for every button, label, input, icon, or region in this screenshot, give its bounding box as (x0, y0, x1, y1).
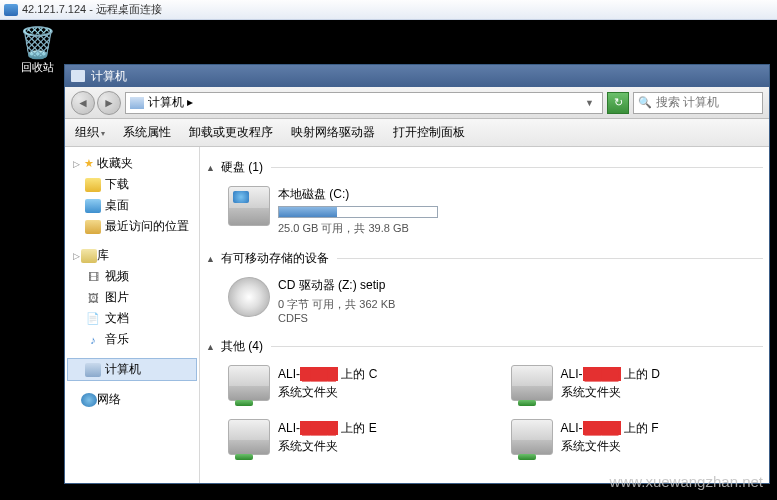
address-dropdown-icon[interactable]: ▼ (581, 98, 598, 108)
network-drive-icon (228, 419, 270, 455)
rdp-icon (4, 4, 18, 16)
address-text: 计算机 ▸ (148, 94, 193, 111)
collapse-icon: ▲ (206, 254, 215, 264)
nav-buttons: ◄ ► (71, 91, 121, 115)
section-removable[interactable]: ▲ 有可移动存储的设备 (206, 250, 763, 267)
sidebar-documents[interactable]: 📄文档 (67, 308, 197, 329)
star-icon: ★ (81, 157, 97, 171)
recycle-bin[interactable]: 🗑️ 回收站 (14, 28, 60, 75)
section-hdd[interactable]: ▲ 硬盘 (1) (206, 159, 763, 176)
forward-button[interactable]: ► (97, 91, 121, 115)
network-drive-icon (228, 365, 270, 401)
computer-icon (71, 70, 85, 82)
network-drive-icon (511, 365, 553, 401)
sidebar-network-label: 网络 (97, 391, 121, 408)
net-drive-f[interactable]: ALI-████ 上的 F 系统文件夹 (493, 415, 764, 469)
window-title-bar[interactable]: 计算机 (65, 65, 769, 87)
search-box[interactable]: 🔍 搜索 计算机 (633, 92, 763, 114)
net-drive-c[interactable]: ALI-████ 上的 C 系统文件夹 (210, 361, 481, 415)
organize-button[interactable]: 组织 (75, 124, 105, 141)
nav-pane: ▷ ★ 收藏夹 下载 桌面 最近访问的位置 ▷ 库 🎞视频 🖼图片 (65, 147, 200, 483)
explorer-body: ▷ ★ 收藏夹 下载 桌面 最近访问的位置 ▷ 库 🎞视频 🖼图片 (65, 147, 769, 483)
refresh-button[interactable]: ↻ (607, 92, 629, 114)
collapse-icon: ▲ (206, 163, 215, 173)
network-drive-icon (511, 419, 553, 455)
address-bar[interactable]: 计算机 ▸ ▼ (125, 92, 603, 114)
sidebar-music[interactable]: ♪音乐 (67, 329, 197, 350)
control-panel-button[interactable]: 打开控制面板 (393, 124, 465, 141)
drive-c-stat: 25.0 GB 可用，共 39.8 GB (278, 221, 755, 236)
sidebar-favorites-label: 收藏夹 (97, 155, 133, 172)
sidebar-recent[interactable]: 最近访问的位置 (67, 216, 197, 237)
sidebar-computer[interactable]: 计算机 (67, 358, 197, 381)
remote-desktop-area: 🗑️ 回收站 计算机 ◄ ► 计算机 ▸ ▼ ↻ 🔍 搜索 计算机 (0, 20, 777, 500)
video-icon: 🎞 (85, 270, 101, 284)
sidebar-libraries-label: 库 (97, 247, 109, 264)
picture-icon: 🖼 (85, 291, 101, 305)
sidebar-desktop[interactable]: 桌面 (67, 195, 197, 216)
recycle-bin-label: 回收站 (14, 60, 60, 75)
search-placeholder: 搜索 计算机 (656, 94, 719, 111)
sidebar-downloads[interactable]: 下载 (67, 174, 197, 195)
music-icon: ♪ (85, 333, 101, 347)
sidebar-libraries[interactable]: ▷ 库 (67, 245, 197, 266)
library-icon (81, 249, 97, 263)
sidebar-pictures[interactable]: 🖼图片 (67, 287, 197, 308)
computer-icon (85, 363, 101, 377)
hdd-icon (228, 186, 270, 226)
desktop-icon (85, 199, 101, 213)
recent-icon (85, 220, 101, 234)
network-icon (81, 393, 97, 407)
tree-expand-icon: ▷ (71, 159, 81, 169)
nav-bar: ◄ ► 计算机 ▸ ▼ ↻ 🔍 搜索 计算机 (65, 87, 769, 119)
net-drive-e[interactable]: ALI-████ 上的 E 系统文件夹 (210, 415, 481, 469)
drive-c-usage-bar (278, 206, 438, 218)
net-drive-d[interactable]: ALI-████ 上的 D 系统文件夹 (493, 361, 764, 415)
system-properties-button[interactable]: 系统属性 (123, 124, 171, 141)
watermark: www.xuewangzhan.net (610, 473, 763, 490)
drive-cd-stat: 0 字节 可用，共 362 KB (278, 297, 755, 312)
uninstall-button[interactable]: 卸载或更改程序 (189, 124, 273, 141)
drive-c-name: 本地磁盘 (C:) (278, 186, 755, 203)
address-icon (130, 97, 144, 109)
drive-cd-fs: CDFS (278, 312, 755, 324)
sidebar-network[interactable]: 网络 (67, 389, 197, 410)
explorer-window: 计算机 ◄ ► 计算机 ▸ ▼ ↻ 🔍 搜索 计算机 组织 系统属性 卸载或更改… (64, 64, 770, 484)
drive-cd-name: CD 驱动器 (Z:) setip (278, 277, 755, 294)
content-pane: ▲ 硬盘 (1) 本地磁盘 (C:) 25.0 GB 可用，共 39.8 GB … (200, 147, 769, 483)
sidebar-favorites[interactable]: ▷ ★ 收藏夹 (67, 153, 197, 174)
download-icon (85, 178, 101, 192)
tree-expand-icon: ▷ (71, 251, 81, 261)
drive-c[interactable]: 本地磁盘 (C:) 25.0 GB 可用，共 39.8 GB (206, 182, 763, 246)
drive-cd[interactable]: CD 驱动器 (Z:) setip 0 字节 可用，共 362 KB CDFS (206, 273, 763, 334)
rdp-title-text: 42.121.7.124 - 远程桌面连接 (22, 2, 162, 17)
sidebar-videos[interactable]: 🎞视频 (67, 266, 197, 287)
collapse-icon: ▲ (206, 342, 215, 352)
rdp-title-bar: 42.121.7.124 - 远程桌面连接 (0, 0, 777, 20)
cd-icon (228, 277, 270, 317)
section-other[interactable]: ▲ 其他 (4) (206, 338, 763, 355)
window-title-text: 计算机 (91, 68, 127, 85)
command-bar: 组织 系统属性 卸载或更改程序 映射网络驱动器 打开控制面板 (65, 119, 769, 147)
document-icon: 📄 (85, 312, 101, 326)
map-drive-button[interactable]: 映射网络驱动器 (291, 124, 375, 141)
search-icon: 🔍 (638, 96, 652, 109)
recycle-bin-icon: 🗑️ (14, 28, 60, 58)
back-button[interactable]: ◄ (71, 91, 95, 115)
